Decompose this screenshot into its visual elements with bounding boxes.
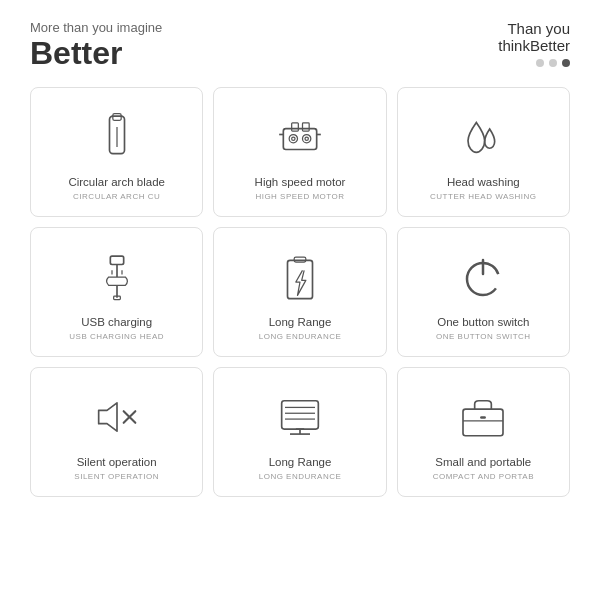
card-sublabel: CUTTER HEAD WASHING — [430, 192, 537, 201]
drops-icon — [453, 107, 513, 167]
card-sublabel: LONG ENDURANCE — [259, 472, 342, 481]
svg-rect-32 — [463, 409, 503, 436]
card-sublabel: COMPACT AND PORTAB — [433, 472, 534, 481]
power-icon — [453, 247, 513, 307]
card-sublabel: CIRCULAR ARCH CU — [73, 192, 160, 201]
usb-icon — [87, 247, 147, 307]
header-left: More than you imagine Better — [30, 20, 162, 72]
card-label: Head washing — [447, 175, 520, 190]
svg-marker-22 — [98, 403, 116, 431]
header-title: Better — [30, 35, 162, 72]
dot-1 — [536, 59, 544, 67]
screen-icon — [270, 387, 330, 447]
card-sublabel: SILENT OPERATION — [74, 472, 159, 481]
header-right-text: Than youthinkBetter — [498, 20, 570, 54]
card-usb-charging: USB charging USB CHARGING HEAD — [30, 227, 203, 357]
svg-point-7 — [302, 135, 310, 143]
briefcase-icon — [453, 387, 513, 447]
card-small-portable: Small and portable COMPACT AND PORTAB — [397, 367, 570, 497]
battery-icon — [270, 247, 330, 307]
svg-rect-3 — [283, 129, 316, 150]
card-label: Small and portable — [435, 455, 531, 470]
card-sublabel: LONG ENDURANCE — [259, 332, 342, 341]
card-one-button-switch: One button switch ONE BUTTON SWITCH — [397, 227, 570, 357]
card-label: Silent operation — [77, 455, 157, 470]
mute-icon — [87, 387, 147, 447]
header-right: Than youthinkBetter — [498, 20, 570, 67]
card-sublabel: HIGH SPEED MOTOR — [255, 192, 344, 201]
dot-3 — [562, 59, 570, 67]
card-silent-operation: Silent operation SILENT OPERATION — [30, 367, 203, 497]
svg-rect-4 — [292, 123, 299, 131]
svg-point-8 — [292, 137, 295, 140]
svg-rect-25 — [282, 401, 319, 429]
card-sublabel: USB CHARGING HEAD — [69, 332, 164, 341]
card-label: Long Range — [269, 315, 332, 330]
card-label: One button switch — [437, 315, 529, 330]
card-high-speed-motor: High speed motor HIGH SPEED MOTOR — [213, 87, 386, 217]
card-sublabel: ONE BUTTON SWITCH — [436, 332, 531, 341]
card-label: USB charging — [81, 315, 152, 330]
svg-rect-12 — [110, 256, 123, 264]
svg-point-9 — [305, 137, 308, 140]
card-label: Long Range — [269, 455, 332, 470]
card-long-range-1: Long Range LONG ENDURANCE — [213, 227, 386, 357]
svg-point-6 — [289, 135, 297, 143]
svg-rect-18 — [287, 260, 312, 298]
dots-container — [536, 59, 570, 67]
svg-rect-5 — [302, 123, 309, 131]
card-long-range-2: Long Range LONG ENDURANCE — [213, 367, 386, 497]
features-grid: Circular arch blade CIRCULAR ARCH CU — [30, 87, 570, 497]
card-label: Circular arch blade — [68, 175, 165, 190]
motor-icon — [270, 107, 330, 167]
card-circular-arch-blade: Circular arch blade CIRCULAR ARCH CU — [30, 87, 203, 217]
card-label: High speed motor — [255, 175, 346, 190]
page: More than you imagine Better Than youthi… — [0, 0, 600, 600]
card-head-washing: Head washing CUTTER HEAD WASHING — [397, 87, 570, 217]
header-subtitle: More than you imagine — [30, 20, 162, 35]
header: More than you imagine Better Than youthi… — [30, 20, 570, 72]
dot-2 — [549, 59, 557, 67]
blade-icon — [87, 107, 147, 167]
